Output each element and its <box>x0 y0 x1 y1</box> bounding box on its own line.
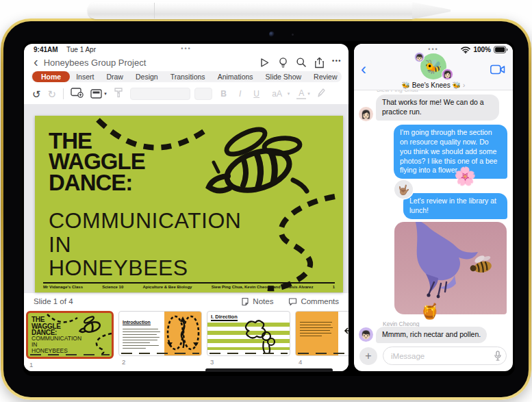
apple-pencil-body <box>88 2 412 19</box>
present-button[interactable] <box>259 57 270 68</box>
designer-lightbulb-icon[interactable] <box>278 57 288 68</box>
italic-button: I <box>236 89 245 99</box>
group-avatar-member: 👩🏻 <box>442 68 453 80</box>
message-bubble-received[interactable]: Mmmm, rich nectar and pollen. <box>376 327 487 343</box>
status-time: 9:41AM <box>34 46 58 53</box>
status-bar-right: 100% <box>461 46 508 53</box>
message-bubble-received[interactable]: That works for me! We can do a practice … <box>376 95 499 121</box>
tab-review[interactable]: Review <box>307 71 343 82</box>
tab-view[interactable]: View <box>344 71 349 82</box>
thumbnail-slide-3[interactable]: I. Direction <box>207 311 290 371</box>
waggle-diagram <box>164 312 201 355</box>
apple-pencil-seam <box>154 3 155 18</box>
message-composer: + <box>354 347 513 366</box>
highlighter-icon <box>317 88 326 101</box>
group-avatar[interactable]: 🐝 👦🏻 👩🏻 <box>420 53 446 79</box>
bee-illustration <box>195 125 318 208</box>
battery-icon <box>494 46 508 53</box>
imessage-input[interactable] <box>383 347 507 365</box>
messages-header: ••• 100% ‹ 🐝 👦🏻 👩� <box>354 44 513 90</box>
comments-button[interactable]: Comments <box>288 297 339 306</box>
chevron-right-icon: › <box>463 81 466 89</box>
thumbnail-slide-2[interactable]: Introduction <box>118 311 202 371</box>
tapback-reaction[interactable]: 🤟🏽 <box>394 180 413 199</box>
text-size-button: aA <box>268 89 286 99</box>
ipad-bezel: 9:41AM Tue 1 Apr ••• ‹ Honeybees Group P… <box>3 21 529 397</box>
tab-home[interactable]: Home <box>32 71 70 82</box>
font-name-field <box>130 88 190 100</box>
status-date: Tue 1 Apr <box>66 46 96 53</box>
thumbnail-slide-1[interactable]: THEWAGGLEDANCE: COMMUNICATIONINHONEYBEES <box>26 311 114 371</box>
font-size-field <box>194 88 212 100</box>
tab-design[interactable]: Design <box>129 71 164 82</box>
ipad-photo: 9:41AM Tue 1 Apr ••• ‹ Honeybees Group P… <box>0 0 532 402</box>
slide-status-row: Slide 1 of 4 Notes Comments <box>24 293 349 310</box>
tab-insert[interactable]: Insert <box>70 71 100 82</box>
redo-icon: ↻ <box>48 89 57 99</box>
share-icon[interactable] <box>314 57 325 68</box>
battery-percent: 100% <box>473 46 491 53</box>
slide-title: THE WAGGLE DANCE: <box>49 131 145 193</box>
message-bubble-sent[interactable]: Let's review in the library at lunch! <box>403 193 507 219</box>
layout-icon[interactable]: ▾ <box>90 89 107 99</box>
message-bubble-sent[interactable]: I'm going through the section on resourc… <box>394 125 507 179</box>
tab-draw[interactable]: Draw <box>100 71 129 82</box>
tab-animations[interactable]: Animations <box>212 71 259 82</box>
undo-icon[interactable]: ↺ <box>32 89 41 99</box>
group-avatar-member: 👦🏻 <box>414 52 425 62</box>
formatting-toolbar: ↺ ↻ ▾ <box>24 84 349 104</box>
add-attachment-button[interactable]: + <box>359 347 377 365</box>
comments-icon <box>288 297 297 306</box>
slide-indicator: Slide 1 of 4 <box>34 297 73 305</box>
wifi-icon <box>461 47 470 53</box>
avatar-kevin: 👦🏻 <box>359 327 373 342</box>
ribbon: Home Insert Draw Design Transitions Anim… <box>24 71 349 84</box>
tab-slideshow[interactable]: Slide Show <box>259 71 308 82</box>
camera-sensor-dot <box>292 34 294 36</box>
thumbnail-number: 3 <box>210 358 290 366</box>
facetime-video-button[interactable] <box>490 64 505 77</box>
honey-pot-sticker[interactable]: 🍯 <box>420 303 439 321</box>
group-name[interactable]: 🐝 Bee's Knees 🐝 › <box>354 81 513 89</box>
notes-button[interactable]: Notes <box>241 297 273 306</box>
front-camera <box>269 32 275 37</box>
thumbnail-slide-4[interactable]: 4 <box>295 311 349 371</box>
back-button[interactable]: ‹ <box>34 55 38 68</box>
tab-transitions[interactable]: Transitions <box>164 71 212 82</box>
home-indicator[interactable] <box>205 368 333 372</box>
status-bar-left: 9:41AM Tue 1 Apr ••• <box>24 44 349 53</box>
slide-footer: Mr Vidanage's Class Science 10 Apicultur… <box>43 282 335 289</box>
conversation: Siew Ping Chua 👩🏻 That works for me! We … <box>354 44 513 371</box>
new-slide-icon[interactable] <box>71 87 84 101</box>
avatar-siew-ping: 👩🏻 <box>359 107 373 121</box>
font-color-button: A <box>296 88 306 99</box>
slide-canvas[interactable]: THE WAGGLE DANCE: COMMUNICATION IN HONEY… <box>24 104 349 293</box>
toolbar-divider <box>63 88 64 99</box>
slide-1[interactable]: THE WAGGLE DANCE: COMMUNICATION IN HONEY… <box>35 116 343 292</box>
thumb2-heading: Introduction <box>123 320 151 325</box>
format-painter-icon <box>114 87 123 101</box>
thumbnail-number: 2 <box>122 358 202 366</box>
screen: 9:41AM Tue 1 Apr ••• ‹ Honeybees Group P… <box>23 41 515 376</box>
ipad-frame: 9:41AM Tue 1 Apr ••• ‹ Honeybees Group P… <box>1 18 531 400</box>
apple-pencil <box>88 2 451 19</box>
notes-icon <box>241 297 249 306</box>
flower-sticker[interactable]: 🌸 <box>454 167 476 185</box>
search-icon[interactable] <box>296 57 307 68</box>
messages-window: Siew Ping Chua 👩🏻 That works for me! We … <box>354 44 513 371</box>
thumb3-heading: I. Direction <box>211 314 238 321</box>
bee-flower-photo[interactable]: 🍯 <box>394 222 507 314</box>
more-options-icon[interactable]: ••• <box>332 58 342 67</box>
dictation-mic-icon[interactable] <box>494 351 501 364</box>
multitask-menu-icon[interactable]: ••• <box>428 46 438 53</box>
slide-filmstrip: THEWAGGLEDANCE: COMMUNICATIONINHONEYBEES <box>24 310 349 371</box>
powerpoint-window: 9:41AM Tue 1 Apr ••• ‹ Honeybees Group P… <box>24 44 349 371</box>
sun-angle-diagram <box>338 312 349 355</box>
powerpoint-titlebar: ‹ Honeybees Group Project <box>24 53 349 71</box>
flower-doodle <box>239 318 280 354</box>
bold-button: B <box>219 89 229 99</box>
thumbnail-number: 4 <box>299 358 349 366</box>
back-button[interactable]: ‹ <box>361 62 366 77</box>
multitask-menu-icon[interactable]: ••• <box>181 45 191 52</box>
document-title: Honeybees Group Project <box>44 58 147 68</box>
